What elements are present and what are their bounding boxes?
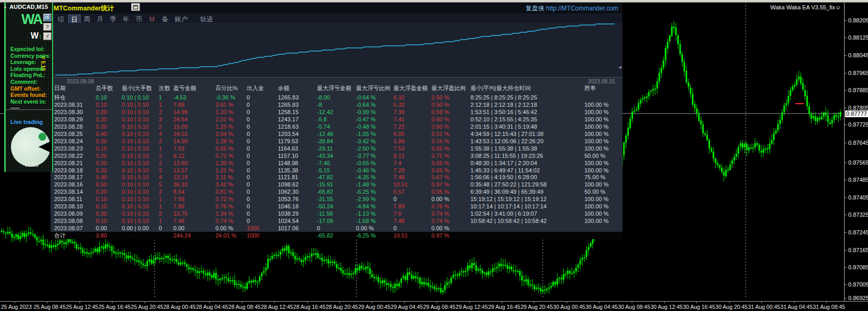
cell: -6.25 %: [356, 188, 376, 195]
cell: 7.22: [393, 123, 404, 130]
table-row[interactable]: 2023.08.160.500.10 | 0.10536.323.42 %010…: [50, 181, 622, 188]
cell: 1.25 %: [215, 123, 233, 130]
cell: 100.00 %: [584, 210, 608, 217]
table-row[interactable]: 2023.08.310.100.10 | 0.1017.680.61 %0126…: [50, 101, 622, 108]
cell: 1: [159, 217, 162, 225]
time-tick: [567, 302, 567, 303]
table-row[interactable]: 2023.08.170.400.10 | 0.10423.192.11 %011…: [50, 173, 622, 181]
cell: -2.99 %: [356, 195, 376, 203]
panel-help-button[interactable]: ?: [43, 23, 52, 31]
table-row[interactable]: 2023.08.300.200.10 | 0.10214.981.20 %012…: [50, 108, 622, 116]
cell: 1017.06: [278, 225, 299, 232]
table-row[interactable]: 2023.08.070.000.00 | 0.0000.000.00 %1000…: [50, 225, 622, 232]
table-row[interactable]: 2023.08.290.300.10 | 0.10324.542.01 %012…: [50, 116, 622, 123]
price-label: 0.87325: [848, 212, 868, 218]
cell: 1:02:54 | 3:41:00 | 6:19:07: [470, 210, 537, 217]
table-row[interactable]: 2023.08.240.200.10 | 0.10214.901.28 %011…: [50, 138, 622, 145]
table-row[interactable]: 2023.08.250.400.10 | 0.10424.012.04 %012…: [50, 130, 622, 138]
cell: 100.00 %: [584, 159, 608, 167]
panel-collapse-arrow-icon[interactable]: ◄: [618, 65, 622, 70]
price-tick: [845, 38, 847, 38]
table-row[interactable]: 2023.08.100.100.10 | 0.1017.890.76 %0104…: [50, 203, 622, 210]
cell: -2.50 %: [356, 145, 376, 152]
price-scale[interactable]: 0.882050.881250.880450.879650.878850.878…: [844, 2, 868, 301]
window-restore-button[interactable]: [131, 3, 140, 11]
ea-label-4: Floating PnL:: [10, 72, 45, 78]
cell: 2: [159, 167, 162, 174]
cell: 2023.08.07: [54, 225, 83, 232]
cell: 0.10: [96, 101, 107, 108]
cell: 2: [159, 138, 162, 145]
table-row[interactable]: 2023.08.280.200.10 | 0.10215.091.25 %012…: [50, 123, 622, 130]
table-row[interactable]: 合计3.80244.2424.01 %1000-65.82-6.25 %10.5…: [50, 232, 622, 239]
cell: 1098.62: [278, 181, 299, 188]
stats-panel-brand: 复盘侠 http://MTCommander.com: [526, 4, 618, 13]
cell: -11.58: [317, 210, 333, 217]
cell: 0.10 | 0.10: [122, 116, 149, 123]
cell: 0: [247, 138, 250, 145]
cell: 50.00 %: [584, 152, 605, 159]
cell: 0.10 | 0.10: [122, 217, 149, 225]
cell: -12.42: [317, 108, 333, 116]
cell: 0.10: [96, 145, 107, 152]
time-label: 29 Aug 08:45: [423, 304, 455, 310]
cell: 1164.63: [278, 145, 298, 152]
table-row[interactable]: 2023.08.090.200.10 | 0.10213.751.34 %010…: [50, 210, 622, 217]
cell: -0.48 %: [356, 123, 376, 130]
cell: 1: [159, 203, 162, 210]
cell: 7.48: [173, 217, 184, 225]
cell: 0.60 %: [431, 123, 449, 130]
cell: 1: [159, 101, 162, 108]
time-axis[interactable]: 25 Aug 202325 Aug 08:4525 Aug 12:4525 Au…: [0, 301, 868, 311]
cell: 10.51: [393, 181, 408, 188]
cell: 1203.54: [278, 130, 299, 138]
table-row[interactable]: 2023.08.110.100.10 | 0.1017.580.72 %0105…: [50, 195, 622, 203]
cell: 0.65 %: [431, 159, 449, 167]
table-row[interactable]: 2023.08.210.200.10 | 0.10213.601.20 %011…: [50, 159, 622, 167]
price-label: 0.88205: [848, 17, 868, 23]
cell: 7.48: [393, 173, 404, 181]
cell: 2023.08.21: [54, 159, 83, 167]
cell: 1.34 %: [215, 210, 233, 217]
cell: 0.51 %: [431, 130, 449, 138]
cell: 0: [393, 195, 397, 203]
cell: 0: [247, 101, 250, 108]
time-label: 31 Aug 08:45: [813, 304, 845, 310]
table-row[interactable]: 2023.08.080.100.10 | 0.1017.480.74 %0102…: [50, 217, 622, 225]
cell: 0.40: [96, 173, 107, 181]
cell: 0.10 | 0.10: [122, 188, 149, 195]
table-row[interactable]: 2023.08.220.200.10 | 0.1028.120.71 %0115…: [50, 152, 622, 159]
brand-url-link[interactable]: http://MTCommander.com: [546, 5, 618, 12]
cell: 0:48:30 | 1:34:17 | 2:20:04: [470, 159, 537, 167]
time-tick: [47, 302, 47, 303]
ea-label-8: Next event in:: [10, 98, 46, 105]
chart-window-title[interactable]: ▼AUDCAD,M15: [3, 4, 48, 10]
table-row[interactable]: 2023.08.230.100.10 | 0.1017.530.65 %0116…: [50, 145, 622, 152]
price-label: 0.87645: [848, 140, 868, 146]
ea-logo: WA: [21, 11, 42, 28]
cell: -4.53: [173, 94, 186, 101]
table-row[interactable]: 2023.08.140.200.10 | 0.1028.540.81 %0106…: [50, 188, 622, 195]
time-tick: [729, 302, 730, 303]
table-row[interactable]: 2023.08.180.200.10 | 0.10213.571.21 %011…: [50, 167, 622, 174]
panel-move-button[interactable]: 移: [43, 14, 52, 21]
cell: 2023.08.24: [54, 138, 83, 145]
cell: 2: [159, 210, 162, 217]
table-row[interactable]: 持仓0.100.10 | 0.101-4.53-0.36 %01265.83-8…: [50, 94, 622, 101]
time-label: 29 Aug 00:45: [358, 304, 390, 310]
time-tick: [307, 302, 308, 303]
cell: 0.30: [96, 116, 107, 123]
cell: 1:56:06 | 4:19:50 | 6:28:00: [470, 173, 537, 181]
cell: 0: [247, 94, 250, 101]
panel-confirm-button[interactable]: √: [43, 32, 52, 40]
time-tick: [794, 302, 795, 303]
price-label: 0.87005: [848, 281, 868, 288]
price-tick: [845, 55, 847, 56]
price-tick: [845, 232, 847, 233]
cell: 100.00 %: [584, 145, 608, 152]
stats-panel-title: MTCommander统计: [54, 4, 114, 13]
time-label: 30 Aug 16:45: [683, 304, 715, 310]
cell: 2.01 %: [215, 116, 233, 123]
time-label: 29 Aug 12:45: [456, 304, 488, 310]
cell: 2.11 %: [215, 173, 233, 181]
